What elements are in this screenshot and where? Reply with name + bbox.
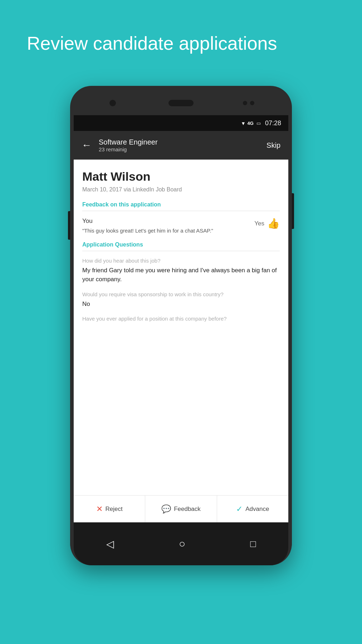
feedback-icon: 💬 — [161, 504, 171, 514]
question-1-answer: My friend Gary told me you were hiring a… — [82, 266, 280, 284]
nav-home-button[interactable]: ○ — [179, 538, 185, 550]
wifi-icon: ▾ — [242, 120, 245, 127]
question-2-label: Would you require visa sponsorship to wo… — [82, 291, 280, 297]
advance-icon: ✓ — [236, 504, 243, 514]
feedback-left: You "This guy looks great! Let's get him… — [82, 218, 251, 235]
phone-shell: ▾ 4G ▭ 07:28 ← Software Engineer 23 rema… — [70, 86, 292, 565]
reject-label: Reject — [106, 506, 123, 513]
job-title: Software Engineer — [99, 138, 266, 146]
feedback-label: Feedback — [174, 506, 201, 513]
header-info: Software Engineer 23 remainig — [99, 138, 266, 152]
content-area: Matt Wilson March 10, 2017 via LinkedIn … — [74, 160, 288, 522]
candidate-name: Matt Wilson — [82, 170, 280, 184]
question-2-answer: No — [82, 299, 280, 309]
nav-recents-button[interactable]: □ — [250, 538, 256, 550]
sensor-dot-1 — [243, 101, 247, 105]
verdict-label: Yes — [254, 220, 264, 227]
question-1-label: How did you hear about this job? — [82, 258, 280, 264]
status-time: 07:28 — [265, 119, 281, 127]
phone-top-bar — [70, 92, 292, 114]
questions-section-label: Application Questions — [82, 241, 280, 251]
feedback-verdict: Yes 👍 — [254, 218, 280, 229]
feedback-entry: You "This guy looks great! Let's get him… — [82, 218, 280, 235]
skip-button[interactable]: Skip — [266, 141, 280, 150]
earpiece-speaker — [168, 100, 194, 106]
status-bar: ▾ 4G ▭ 07:28 — [74, 115, 288, 131]
app-header: ← Software Engineer 23 remainig Skip — [74, 131, 288, 160]
feedback-comment: "This guy looks great! Let's get him in … — [82, 227, 251, 235]
nav-back-button[interactable]: ◁ — [106, 538, 114, 550]
remaining-count: 23 remainig — [99, 146, 266, 152]
reject-icon: ✕ — [96, 504, 103, 514]
feedback-user: You — [82, 218, 251, 225]
candidate-date: March 10, 2017 via LinkedIn Job Board — [82, 186, 280, 193]
network-indicator: 4G — [248, 121, 254, 126]
thumbs-up-icon: 👍 — [267, 218, 280, 229]
phone-device: ▾ 4G ▭ 07:28 ← Software Engineer 23 rema… — [70, 86, 292, 565]
bottom-nav: ◁ ○ □ — [74, 522, 288, 565]
advance-label: Advance — [245, 506, 269, 513]
sensor-dots — [243, 101, 254, 105]
front-camera — [109, 100, 116, 106]
feedback-button[interactable]: 💬 Feedback — [145, 496, 217, 522]
action-bar: ✕ Reject 💬 Feedback ✓ Advance — [74, 495, 288, 522]
content-inner: Matt Wilson March 10, 2017 via LinkedIn … — [74, 160, 288, 322]
volume-button — [68, 211, 70, 240]
power-button — [292, 193, 294, 229]
reject-button[interactable]: ✕ Reject — [74, 496, 145, 522]
question-3-label: Have you ever applied for a position at … — [82, 316, 280, 322]
sensor-dot-2 — [250, 101, 254, 105]
battery-icon: ▭ — [256, 121, 261, 126]
page-title: Review candidate applications — [27, 32, 335, 54]
feedback-section-label: Feedback on this application — [82, 201, 280, 211]
advance-button[interactable]: ✓ Advance — [217, 496, 288, 522]
back-button[interactable]: ← — [82, 140, 92, 151]
